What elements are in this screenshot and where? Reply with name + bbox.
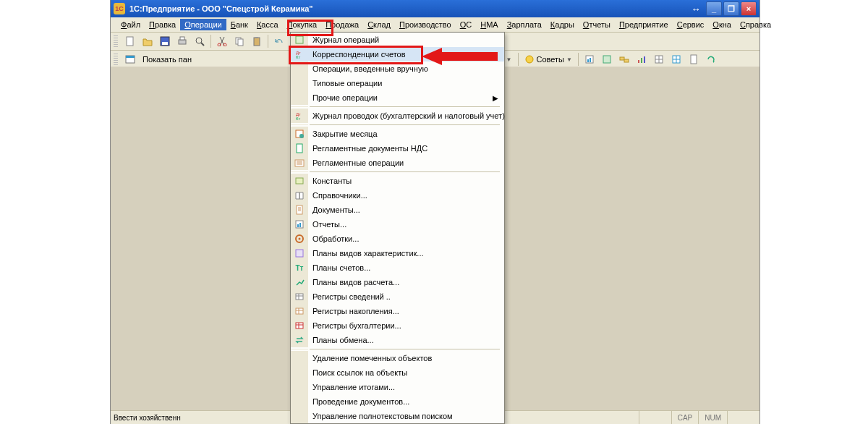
menu-продажа[interactable]: Продажа xyxy=(321,19,363,30)
svg-rect-29 xyxy=(620,57,624,60)
show-panel-label[interactable]: Показать пан xyxy=(140,55,195,64)
menu-предприятие[interactable]: Предприятие xyxy=(615,19,673,30)
menu-item[interactable]: Удаление помеченных объектов xyxy=(291,351,504,365)
menu-item[interactable]: Справочники... xyxy=(291,188,504,203)
blank-icon xyxy=(291,394,308,409)
menu-item[interactable]: Документы... xyxy=(291,203,504,217)
menu-нма[interactable]: НМА xyxy=(476,19,502,30)
menu-item[interactable]: Константы xyxy=(291,174,504,188)
svg-rect-30 xyxy=(624,59,629,62)
menu-item-label: Регистры сведений .. xyxy=(308,292,500,301)
menu-item[interactable]: Управление итогами... xyxy=(291,380,504,394)
menu-item[interactable]: Регистры бухгалтерии... xyxy=(291,318,504,333)
status-grip-icon xyxy=(727,411,760,424)
show-panel-icon[interactable] xyxy=(122,51,138,67)
chart-button[interactable] xyxy=(634,51,650,67)
plan-v-icon xyxy=(291,246,308,260)
toolbar-grip-icon xyxy=(114,35,118,47)
grid2-button[interactable] xyxy=(668,51,684,67)
menu-separator xyxy=(291,349,504,349)
save-button[interactable] xyxy=(157,33,173,49)
toolbar-separator xyxy=(210,35,211,48)
menu-производство[interactable]: Производство xyxy=(395,19,456,30)
svg-rect-33 xyxy=(644,56,645,63)
menu-item[interactable]: Планы обмена... xyxy=(291,333,504,347)
expand-icon[interactable]: ↔ xyxy=(689,2,703,15)
menu-item[interactable]: Регистры сведений .. xyxy=(291,289,504,304)
menu-окна[interactable]: Окна xyxy=(708,19,736,30)
menu-item[interactable]: Отчеты... xyxy=(291,217,504,232)
app-window: 1C 1С:Предприятие - ООО "Спецстрой Керам… xyxy=(111,0,760,424)
menu-файл[interactable]: Файл xyxy=(116,19,145,30)
menu-кадры[interactable]: Кадры xyxy=(546,19,579,30)
menu-item[interactable]: Регистры накопления... xyxy=(291,304,504,318)
menu-item[interactable]: Поиск ссылок на объекты xyxy=(291,365,504,380)
undo-button[interactable] xyxy=(271,33,287,49)
menu-item-label: Удаление помеченных объектов xyxy=(308,354,500,362)
menu-сервис[interactable]: Сервис xyxy=(673,19,709,30)
folder-tree-button[interactable] xyxy=(616,51,632,67)
refresh-button[interactable] xyxy=(703,51,719,67)
svg-rect-37 xyxy=(296,36,303,43)
svg-rect-28 xyxy=(603,56,610,63)
menu-покупка[interactable]: Покупка xyxy=(283,19,322,30)
copy-button[interactable] xyxy=(231,33,247,49)
menu-item[interactable]: Планы видов характеристик... xyxy=(291,246,504,260)
menu-item[interactable]: Регламентные операции xyxy=(291,156,504,170)
new-doc-button[interactable] xyxy=(122,33,138,49)
toolbar-separator xyxy=(518,53,519,66)
cut-button[interactable] xyxy=(214,33,230,49)
menu-item[interactable]: ДтКтЖурнал проводок (бухгалтерский и нал… xyxy=(291,109,504,123)
menu-item-label: Планы счетов... xyxy=(308,263,500,272)
menu-склад[interactable]: Склад xyxy=(363,19,395,30)
blank-icon xyxy=(291,351,308,365)
tips-button[interactable]: Советы▼ xyxy=(522,54,575,64)
close-button[interactable]: × xyxy=(741,1,757,16)
menu-item-label: Закрытие месяца xyxy=(308,130,500,138)
doc-green-icon xyxy=(291,141,308,156)
menu-отчеты[interactable]: Отчеты xyxy=(579,19,615,30)
svg-rect-58 xyxy=(440,52,498,61)
preview-button[interactable] xyxy=(192,33,208,49)
plan-r-icon xyxy=(291,275,308,289)
grid1-button[interactable] xyxy=(651,51,667,67)
menu-item-label: Константы xyxy=(308,177,500,185)
operations-dropdown: Журнал операцийДтКтКорреспонденции счето… xyxy=(290,32,505,424)
menu-банк[interactable]: Банк xyxy=(226,19,252,30)
menu-item[interactable]: Управление полнотекстовым поиском xyxy=(291,409,504,423)
menu-ос[interactable]: ОС xyxy=(456,19,477,30)
printer-button[interactable] xyxy=(174,33,190,49)
menu-item-label: Регистры бухгалтерии... xyxy=(308,321,500,330)
menu-зарплата[interactable]: Зарплата xyxy=(503,19,546,30)
menu-item[interactable]: Регламентные документы НДС xyxy=(291,141,504,156)
menu-справка[interactable]: Справка xyxy=(736,19,775,30)
svg-rect-46 xyxy=(296,178,303,184)
menu-item[interactable]: ТтПланы счетов... xyxy=(291,260,504,275)
menu-правка[interactable]: Правка xyxy=(145,19,180,30)
menu-item[interactable]: Журнал операций xyxy=(291,33,504,47)
menu-item[interactable]: Прочие операции▶ xyxy=(291,90,504,105)
menu-item-label: Прочие операции xyxy=(308,93,493,102)
menu-item-label: Управление итогами... xyxy=(308,383,500,391)
menu-item[interactable]: Планы видов расчета... xyxy=(291,275,504,289)
status-cap: CAP xyxy=(671,411,699,424)
menu-операции[interactable]: Операции xyxy=(180,19,226,30)
minimize-button[interactable]: _ xyxy=(706,1,722,16)
open-folder-button[interactable] xyxy=(140,33,156,49)
svg-rect-31 xyxy=(638,60,639,63)
menu-item[interactable]: Типовые операции xyxy=(291,76,504,90)
paste-button[interactable] xyxy=(249,33,265,49)
blank-icon xyxy=(291,409,308,423)
menu-касса[interactable]: Касса xyxy=(252,19,283,30)
menu-item-label: Планы обмена... xyxy=(308,336,500,344)
page-button[interactable] xyxy=(686,51,702,67)
menu-item[interactable]: Проведение документов... xyxy=(291,394,504,409)
svg-rect-12 xyxy=(255,37,258,38)
report-button[interactable] xyxy=(582,51,597,67)
maximize-button[interactable]: ❐ xyxy=(723,1,739,16)
ledger-button[interactable] xyxy=(599,51,615,67)
svg-rect-26 xyxy=(587,59,589,62)
menu-item[interactable]: Закрытие месяца xyxy=(291,127,504,141)
menu-item[interactable]: Обработки... xyxy=(291,232,504,246)
svg-line-6 xyxy=(201,43,204,46)
